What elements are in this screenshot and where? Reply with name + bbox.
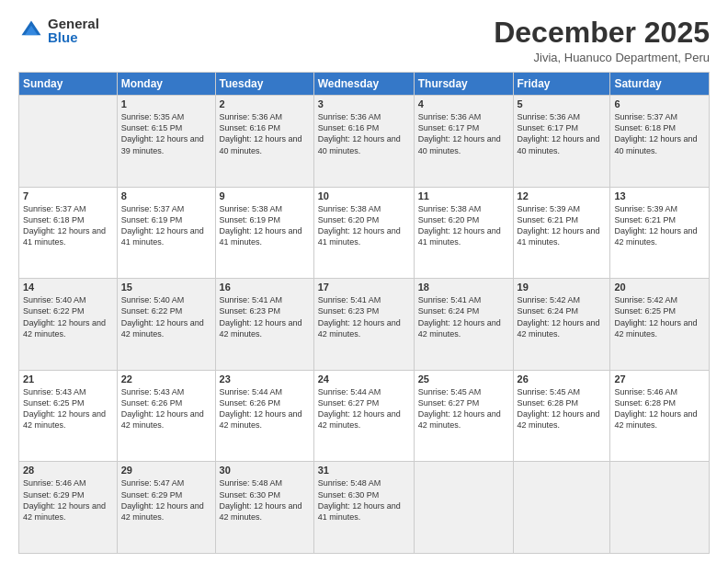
calendar-cell: 21Sunrise: 5:43 AMSunset: 6:25 PMDayligh… <box>19 370 118 462</box>
calendar-cell: 10Sunrise: 5:38 AMSunset: 6:20 PMDayligh… <box>313 187 414 279</box>
day-info: Sunrise: 5:38 AMSunset: 6:20 PMDaylight:… <box>418 203 509 248</box>
calendar-cell: 20Sunrise: 5:42 AMSunset: 6:25 PMDayligh… <box>610 279 710 371</box>
day-info: Sunrise: 5:40 AMSunset: 6:22 PMDaylight:… <box>121 294 211 339</box>
day-info: Sunrise: 5:42 AMSunset: 6:24 PMDaylight:… <box>518 294 607 339</box>
day-info: Sunrise: 5:46 AMSunset: 6:28 PMDaylight:… <box>614 386 705 431</box>
day-number: 2 <box>220 98 310 109</box>
day-info: Sunrise: 5:48 AMSunset: 6:30 PMDaylight:… <box>318 477 410 523</box>
day-info: Sunrise: 5:38 AMSunset: 6:20 PMDaylight:… <box>318 203 410 248</box>
calendar-cell: 18Sunrise: 5:41 AMSunset: 6:24 PMDayligh… <box>414 279 513 371</box>
col-tuesday: Tuesday <box>215 73 313 96</box>
day-info: Sunrise: 5:36 AMSunset: 6:16 PMDaylight:… <box>220 111 310 156</box>
day-info: Sunrise: 5:36 AMSunset: 6:17 PMDaylight:… <box>418 111 509 156</box>
day-number: 15 <box>121 282 211 293</box>
calendar-cell: 16Sunrise: 5:41 AMSunset: 6:23 PMDayligh… <box>215 279 313 371</box>
day-info: Sunrise: 5:36 AMSunset: 6:16 PMDaylight:… <box>318 111 410 156</box>
day-info: Sunrise: 5:48 AMSunset: 6:30 PMDaylight:… <box>220 477 310 523</box>
calendar-cell: 15Sunrise: 5:40 AMSunset: 6:22 PMDayligh… <box>117 279 215 371</box>
day-info: Sunrise: 5:38 AMSunset: 6:19 PMDaylight:… <box>220 203 310 248</box>
logo-general-text: General <box>48 17 99 30</box>
day-number: 5 <box>518 98 607 109</box>
day-number: 14 <box>23 282 113 293</box>
logo-blue-text: Blue <box>48 30 99 44</box>
day-info: Sunrise: 5:45 AMSunset: 6:27 PMDaylight:… <box>418 386 509 431</box>
day-info: Sunrise: 5:41 AMSunset: 6:24 PMDaylight:… <box>418 294 509 339</box>
day-number: 13 <box>614 190 705 201</box>
calendar-week-4: 21Sunrise: 5:43 AMSunset: 6:25 PMDayligh… <box>19 370 710 462</box>
day-number: 22 <box>121 373 211 385</box>
calendar-cell <box>19 96 118 188</box>
day-info: Sunrise: 5:37 AMSunset: 6:19 PMDaylight:… <box>121 203 211 248</box>
calendar-week-3: 14Sunrise: 5:40 AMSunset: 6:22 PMDayligh… <box>19 279 710 371</box>
calendar-cell: 3Sunrise: 5:36 AMSunset: 6:16 PMDaylight… <box>313 96 414 188</box>
day-info: Sunrise: 5:43 AMSunset: 6:26 PMDaylight:… <box>121 386 211 431</box>
calendar-cell: 17Sunrise: 5:41 AMSunset: 6:23 PMDayligh… <box>313 279 414 371</box>
calendar-cell: 4Sunrise: 5:36 AMSunset: 6:17 PMDaylight… <box>414 96 513 188</box>
day-number: 30 <box>220 465 310 476</box>
calendar-cell: 22Sunrise: 5:43 AMSunset: 6:26 PMDayligh… <box>117 370 215 462</box>
calendar-cell: 19Sunrise: 5:42 AMSunset: 6:24 PMDayligh… <box>513 279 610 371</box>
day-info: Sunrise: 5:36 AMSunset: 6:17 PMDaylight:… <box>518 111 607 156</box>
day-number: 12 <box>518 190 607 201</box>
day-number: 7 <box>23 190 113 201</box>
col-friday: Friday <box>513 73 610 96</box>
day-info: Sunrise: 5:39 AMSunset: 6:21 PMDaylight:… <box>518 203 607 248</box>
day-number: 17 <box>318 282 410 293</box>
calendar-cell: 31Sunrise: 5:48 AMSunset: 6:30 PMDayligh… <box>313 462 414 554</box>
calendar-cell: 26Sunrise: 5:45 AMSunset: 6:28 PMDayligh… <box>513 370 610 462</box>
calendar-week-1: 1Sunrise: 5:35 AMSunset: 6:15 PMDaylight… <box>19 96 710 188</box>
day-number: 4 <box>418 98 509 109</box>
day-info: Sunrise: 5:46 AMSunset: 6:29 PMDaylight:… <box>23 477 113 523</box>
title-block: December 2025 Jivia, Huanuco Department,… <box>494 17 710 64</box>
calendar-cell: 27Sunrise: 5:46 AMSunset: 6:28 PMDayligh… <box>610 370 710 462</box>
day-number: 31 <box>318 465 410 476</box>
calendar-cell: 5Sunrise: 5:36 AMSunset: 6:17 PMDaylight… <box>513 96 610 188</box>
day-info: Sunrise: 5:42 AMSunset: 6:25 PMDaylight:… <box>614 294 705 339</box>
calendar-cell: 6Sunrise: 5:37 AMSunset: 6:18 PMDaylight… <box>610 96 710 188</box>
logo: General Blue <box>18 17 99 44</box>
page-subtitle: Jivia, Huanuco Department, Peru <box>494 51 710 64</box>
page-header: General Blue December 2025 Jivia, Huanuc… <box>18 17 710 64</box>
col-sunday: Sunday <box>19 73 118 96</box>
calendar-cell: 12Sunrise: 5:39 AMSunset: 6:21 PMDayligh… <box>513 187 610 279</box>
day-info: Sunrise: 5:41 AMSunset: 6:23 PMDaylight:… <box>220 294 310 339</box>
day-info: Sunrise: 5:45 AMSunset: 6:28 PMDaylight:… <box>518 386 607 431</box>
day-number: 27 <box>614 373 705 385</box>
calendar-cell: 30Sunrise: 5:48 AMSunset: 6:30 PMDayligh… <box>215 462 313 554</box>
calendar-cell: 2Sunrise: 5:36 AMSunset: 6:16 PMDaylight… <box>215 96 313 188</box>
day-info: Sunrise: 5:37 AMSunset: 6:18 PMDaylight:… <box>614 111 705 156</box>
day-number: 9 <box>220 190 310 201</box>
col-monday: Monday <box>117 73 215 96</box>
day-number: 26 <box>518 373 607 385</box>
calendar-cell: 24Sunrise: 5:44 AMSunset: 6:27 PMDayligh… <box>313 370 414 462</box>
header-row: Sunday Monday Tuesday Wednesday Thursday… <box>19 73 710 96</box>
day-info: Sunrise: 5:37 AMSunset: 6:18 PMDaylight:… <box>23 203 113 248</box>
day-number: 10 <box>318 190 410 201</box>
col-thursday: Thursday <box>414 73 513 96</box>
day-number: 8 <box>121 190 211 201</box>
calendar-cell: 23Sunrise: 5:44 AMSunset: 6:26 PMDayligh… <box>215 370 313 462</box>
day-number: 19 <box>518 282 607 293</box>
day-info: Sunrise: 5:40 AMSunset: 6:22 PMDaylight:… <box>23 294 113 339</box>
logo-icon <box>18 17 44 43</box>
calendar-cell <box>610 462 710 554</box>
day-number: 29 <box>121 465 211 476</box>
day-info: Sunrise: 5:41 AMSunset: 6:23 PMDaylight:… <box>318 294 410 339</box>
day-number: 18 <box>418 282 509 293</box>
day-number: 3 <box>318 98 410 109</box>
calendar-cell: 14Sunrise: 5:40 AMSunset: 6:22 PMDayligh… <box>19 279 118 371</box>
day-number: 28 <box>23 465 113 476</box>
calendar-cell: 1Sunrise: 5:35 AMSunset: 6:15 PMDaylight… <box>117 96 215 188</box>
calendar-cell: 25Sunrise: 5:45 AMSunset: 6:27 PMDayligh… <box>414 370 513 462</box>
day-number: 11 <box>418 190 509 201</box>
calendar-cell: 29Sunrise: 5:47 AMSunset: 6:29 PMDayligh… <box>117 462 215 554</box>
day-number: 1 <box>121 98 211 109</box>
calendar-cell: 9Sunrise: 5:38 AMSunset: 6:19 PMDaylight… <box>215 187 313 279</box>
day-info: Sunrise: 5:44 AMSunset: 6:27 PMDaylight:… <box>318 386 410 431</box>
calendar-cell: 28Sunrise: 5:46 AMSunset: 6:29 PMDayligh… <box>19 462 118 554</box>
day-number: 21 <box>23 373 113 385</box>
calendar-cell: 7Sunrise: 5:37 AMSunset: 6:18 PMDaylight… <box>19 187 118 279</box>
day-info: Sunrise: 5:44 AMSunset: 6:26 PMDaylight:… <box>220 386 310 431</box>
col-saturday: Saturday <box>610 73 710 96</box>
calendar-cell <box>513 462 610 554</box>
